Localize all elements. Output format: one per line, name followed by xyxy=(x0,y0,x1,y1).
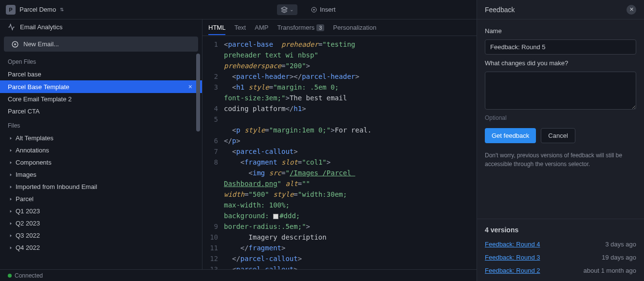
version-time: 19 days ago xyxy=(602,254,636,261)
chevron-right-icon xyxy=(9,136,13,140)
svg-marker-18 xyxy=(10,246,12,249)
connected-label: Connected xyxy=(15,272,43,279)
svg-marker-0 xyxy=(281,7,287,10)
chevron-updown-icon: ⇅ xyxy=(60,7,64,12)
feedback-note: Don't worry, previous versions of feedba… xyxy=(485,151,636,169)
sidebar-item-analytics[interactable]: Email Analytics xyxy=(0,19,202,35)
feedback-header: Feedback ✕ xyxy=(477,0,644,19)
folder-name: Q2 2023 xyxy=(16,220,40,227)
folder-name: Annotations xyxy=(16,147,49,154)
folder-item[interactable]: Q2 2023 xyxy=(0,217,202,229)
file-name: Parcel CTA xyxy=(8,108,40,115)
status-connected: Connected xyxy=(8,272,43,279)
chevron-right-icon xyxy=(9,246,13,250)
folder-name: Alt Templates xyxy=(16,134,54,142)
folder-item[interactable]: Components xyxy=(0,156,202,169)
chevron-right-icon xyxy=(9,197,13,201)
insert-label: Insert xyxy=(320,6,336,13)
chevron-right-icon xyxy=(9,149,13,152)
file-name: Core Email Template 2 xyxy=(8,95,72,103)
new-email-label: New Email... xyxy=(23,40,59,48)
tab-personalization[interactable]: Personalization xyxy=(333,20,376,35)
svg-marker-13 xyxy=(10,186,12,188)
folder-name: Images xyxy=(16,171,37,178)
chevron-right-icon xyxy=(9,222,13,225)
feedback-title: Feedback xyxy=(485,6,515,14)
line-gutter: 1 23 45 678 910111213 xyxy=(202,36,222,269)
chevron-right-icon xyxy=(9,185,13,189)
chevron-right-icon xyxy=(9,161,13,165)
folder-name: Components xyxy=(16,159,52,166)
folder-item[interactable]: Images xyxy=(0,169,202,181)
name-label: Name xyxy=(485,27,636,35)
folder-name: Q4 2022 xyxy=(16,244,40,251)
open-file-item[interactable]: Parcel CTA xyxy=(0,105,202,117)
tab-html[interactable]: HTML xyxy=(208,20,225,35)
workspace-avatar: P xyxy=(6,5,16,15)
version-time: about 1 month ago xyxy=(584,267,636,274)
tab-amp[interactable]: AMP xyxy=(255,20,268,35)
version-link[interactable]: Feedback: Round 4 xyxy=(485,241,540,248)
svg-marker-16 xyxy=(10,222,12,225)
changes-label: What changes did you make? xyxy=(485,59,636,67)
tab-transformers[interactable]: Transformers3 xyxy=(277,20,324,35)
feedback-panel: Feedback ✕ Name What changes did you mak… xyxy=(477,0,644,281)
sidebar-item-label: Email Analytics xyxy=(20,23,62,31)
status-dot-icon xyxy=(8,274,12,278)
get-feedback-button[interactable]: Get feedback xyxy=(485,128,536,143)
name-input[interactable] xyxy=(485,39,636,55)
insert-button[interactable]: Insert xyxy=(307,4,340,15)
folder-name: Q3 2022 xyxy=(16,232,40,239)
versions-section: 4 versions Feedback: Round 43 days agoFe… xyxy=(477,219,644,281)
version-row: Feedback: Round 319 days ago xyxy=(485,251,636,264)
cancel-button[interactable]: Cancel xyxy=(541,128,575,143)
folder-name: Parcel xyxy=(16,195,34,203)
chevron-right-icon xyxy=(9,209,13,213)
version-link[interactable]: Feedback: Round 2 xyxy=(485,267,540,274)
versions-title: 4 versions xyxy=(485,226,636,234)
new-email-button[interactable]: New Email... xyxy=(4,37,198,52)
folder-name: Imported from Inbound Email xyxy=(16,183,97,190)
folder-item[interactable]: Imported from Inbound Email xyxy=(0,181,202,193)
workspace-name: Parcel Demo xyxy=(19,6,56,13)
version-row: Feedback: Round 2about 1 month ago xyxy=(485,264,636,277)
open-files-title: Open Files xyxy=(0,54,202,68)
version-row: Feedback: Round 43 days ago xyxy=(485,238,636,251)
sidebar: Email Analytics New Email... Open Files … xyxy=(0,19,202,269)
chevron-right-icon xyxy=(9,234,13,238)
tab-text[interactable]: Text xyxy=(234,20,246,35)
changes-textarea[interactable] xyxy=(485,72,636,110)
open-file-item[interactable]: Parcel base xyxy=(0,68,202,80)
version-link[interactable]: Feedback: Round 3 xyxy=(485,254,540,261)
file-name: Parcel base xyxy=(8,71,41,78)
folder-item[interactable]: Q3 2022 xyxy=(0,229,202,242)
layers-dropdown[interactable]: ⌄ xyxy=(277,4,297,15)
chevron-down-icon: ⌄ xyxy=(290,7,294,12)
folder-item[interactable]: Q4 2022 xyxy=(0,242,202,254)
scrollbar-thumb[interactable] xyxy=(196,54,200,131)
svg-marker-14 xyxy=(10,198,12,200)
svg-marker-10 xyxy=(10,149,12,151)
close-icon[interactable]: ✕ xyxy=(626,5,636,15)
svg-marker-15 xyxy=(10,210,12,212)
optional-hint: Optional xyxy=(485,114,636,121)
folder-name: Q1 2023 xyxy=(16,207,40,215)
folder-item[interactable]: Parcel xyxy=(0,193,202,205)
file-name: Parcel Base Template xyxy=(8,83,69,91)
tab-label: Transformers xyxy=(277,24,314,31)
folder-item[interactable]: Alt Templates xyxy=(0,132,202,144)
folder-item[interactable]: Annotations xyxy=(0,144,202,156)
files-title: Files xyxy=(0,117,202,132)
folder-item[interactable]: Q1 2023 xyxy=(0,205,202,217)
chevron-right-icon xyxy=(9,173,13,177)
tab-badge: 3 xyxy=(316,24,324,31)
svg-marker-11 xyxy=(10,161,12,164)
svg-marker-17 xyxy=(10,234,12,237)
svg-marker-9 xyxy=(10,137,12,139)
open-file-item[interactable]: Core Email Template 2 xyxy=(0,93,202,105)
version-time: 3 days ago xyxy=(605,241,636,248)
svg-marker-12 xyxy=(10,173,12,176)
close-icon[interactable]: × xyxy=(186,83,194,91)
workspace-switcher[interactable]: P Parcel Demo ⇅ xyxy=(6,5,64,15)
open-file-item-active[interactable]: Parcel Base Template × xyxy=(0,80,202,93)
